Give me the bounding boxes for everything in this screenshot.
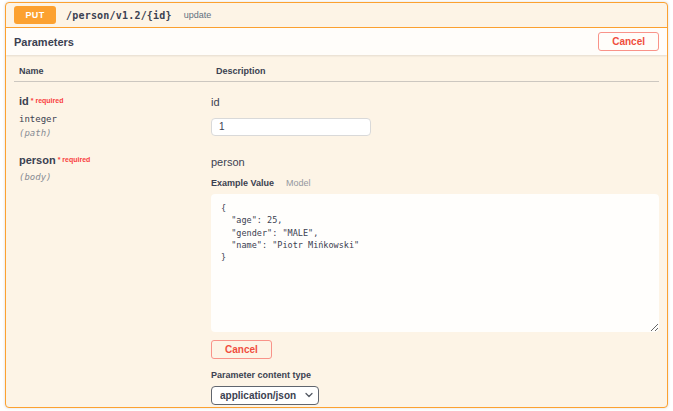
param-person-name-cell: person* required (body): [14, 150, 211, 182]
param-id-name-cell: id* required integer (path): [14, 91, 211, 138]
content-type-select[interactable]: application/json: [211, 386, 319, 405]
param-id-location: (path): [19, 128, 211, 138]
tab-model[interactable]: Model: [286, 178, 311, 188]
param-id-required: * required: [31, 97, 64, 104]
param-id-description: id: [211, 96, 659, 108]
http-method-badge: PUT: [14, 6, 56, 24]
param-id-input[interactable]: [211, 118, 371, 136]
param-id-type: integer: [19, 114, 211, 124]
body-param-textarea[interactable]: { "age": 25, "gender": "MALE", "name": "…: [211, 194, 659, 332]
param-id-description-cell: id: [211, 91, 659, 136]
endpoint-summary: update: [184, 10, 212, 20]
param-row-id: id* required integer (path) id: [14, 82, 659, 138]
operation-panel: PUT /person/v1.2/{id} update Parameters …: [5, 2, 668, 408]
operation-summary[interactable]: PUT /person/v1.2/{id} update: [6, 3, 667, 28]
table-header: Name Description: [14, 55, 659, 82]
param-row-person: person* required (body) person Example V…: [14, 138, 659, 405]
param-person-location: (body): [19, 172, 211, 182]
tab-example-value[interactable]: Example Value: [211, 178, 274, 188]
param-person-name: person: [19, 154, 56, 166]
content-type-label: Parameter content type: [211, 370, 659, 380]
execute-section: Execute: [6, 405, 667, 408]
parameters-table: Name Description id* required integer (p…: [6, 55, 667, 405]
endpoint-path: /person/v1.2/{id}: [66, 10, 172, 21]
cancel-button-body[interactable]: Cancel: [211, 340, 272, 359]
param-person-description-cell: person Example Value Model { "age": 25, …: [211, 150, 659, 405]
content-type-select-wrap: application/json: [211, 385, 319, 405]
parameters-title: Parameters: [14, 36, 74, 48]
parameters-header: Parameters Cancel: [6, 28, 667, 55]
column-header-name: Name: [19, 66, 216, 76]
cancel-button-top[interactable]: Cancel: [598, 32, 659, 51]
body-tabs: Example Value Model: [211, 178, 659, 188]
param-person-required: * required: [58, 156, 91, 163]
param-id-name: id: [19, 95, 29, 107]
param-person-description: person: [211, 156, 659, 168]
column-header-description: Description: [216, 66, 659, 76]
